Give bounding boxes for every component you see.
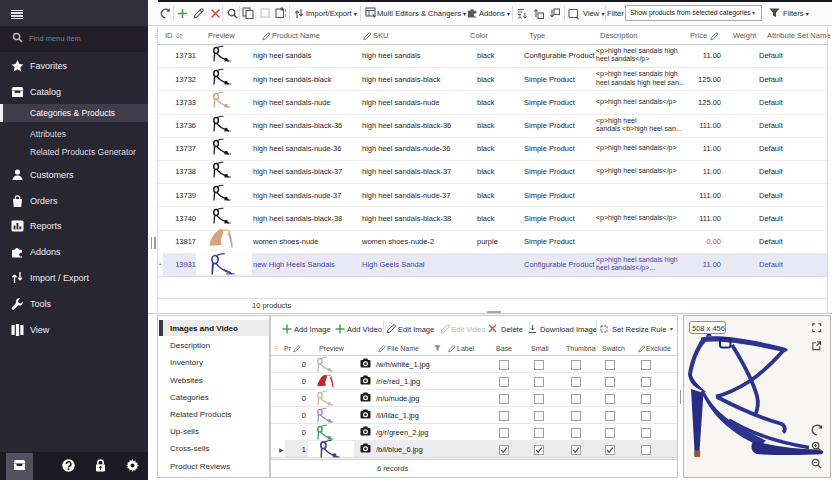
- svg-text:A: A: [518, 14, 522, 20]
